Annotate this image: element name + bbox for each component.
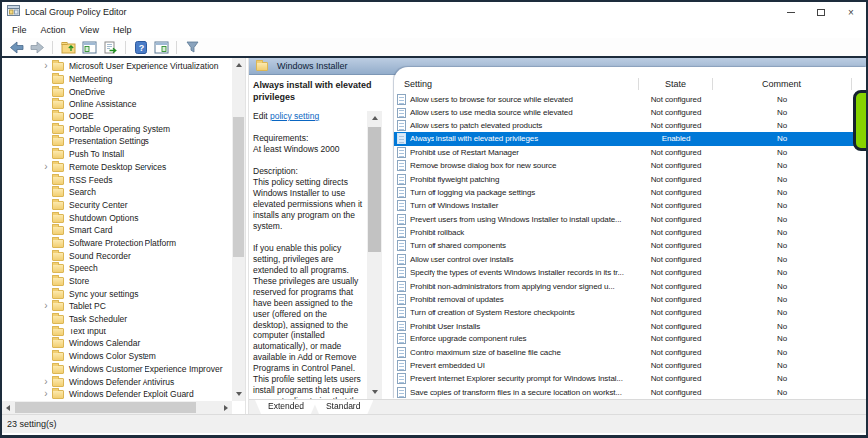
scroll-up-icon[interactable] <box>236 63 242 67</box>
setting-row[interactable]: Enforce upgrade component rules Not conf… <box>394 332 866 345</box>
menu-view[interactable]: View <box>73 25 106 35</box>
export-list-icon[interactable] <box>101 39 119 55</box>
scrollbar-thumb[interactable] <box>368 127 381 252</box>
tree-item[interactable]: › Microsoft User Experience Virtualizati… <box>2 60 245 73</box>
close-button[interactable]: × <box>836 2 866 22</box>
setting-row[interactable]: Allow user control over installs Not con… <box>394 253 866 266</box>
scroll-right-icon[interactable] <box>224 405 228 411</box>
show-console-tree-icon[interactable] <box>80 39 98 55</box>
tree-item[interactable]: › Remote Desktop Services <box>2 161 245 174</box>
setting-row[interactable]: Specify the types of events Windows Inst… <box>394 266 866 279</box>
chevron-right-icon[interactable]: › <box>40 390 52 398</box>
tree-item[interactable]: › OneDrive <box>2 85 245 98</box>
forward-icon[interactable] <box>28 39 46 55</box>
setting-comment: No <box>713 374 852 383</box>
scroll-down-icon[interactable] <box>236 392 242 396</box>
setting-row[interactable]: Turn off creation of System Restore chec… <box>394 306 866 319</box>
chevron-right-icon[interactable]: › <box>40 163 52 171</box>
tree-item[interactable]: › Windows Calendar <box>2 337 245 350</box>
setting-comment: No <box>713 121 852 130</box>
chevron-right-icon[interactable]: › <box>40 302 52 310</box>
tree-item-label: RSS Feeds <box>69 175 112 185</box>
up-one-level-icon[interactable] <box>59 39 77 55</box>
setting-row[interactable]: Turn off Windows Installer Not configure… <box>394 199 866 212</box>
menu-action[interactable]: Action <box>34 25 73 35</box>
setting-name: Prohibit removal of updates <box>410 295 504 304</box>
setting-state: Not configured <box>639 215 713 224</box>
minimize-button[interactable] <box>776 2 806 22</box>
tree-item[interactable]: › Online Assistance <box>2 98 245 110</box>
tree-vertical-scrollbar[interactable] <box>232 58 245 401</box>
setting-name: Turn off creation of System Restore chec… <box>410 308 575 317</box>
tree-item-label: Portable Operating System <box>69 124 170 134</box>
action-pane-icon[interactable] <box>152 39 170 55</box>
filter-icon[interactable] <box>183 39 201 55</box>
tree-item[interactable]: › Text Input <box>2 325 245 337</box>
setting-row[interactable]: Prohibit User Installs Not configured No <box>394 320 866 332</box>
setting-row[interactable]: Prevent Internet Explorer security promp… <box>394 372 866 385</box>
tree-item[interactable]: › Shutdown Options <box>2 211 245 224</box>
setting-row[interactable]: Prohibit non-administrators from applyin… <box>394 279 866 292</box>
setting-row[interactable]: Prevent users from using Windows Install… <box>394 213 866 226</box>
policy-icon <box>397 174 406 185</box>
setting-row[interactable]: Allow users to use media source while el… <box>394 106 866 118</box>
setting-row[interactable]: Turn off logging via package settings No… <box>394 186 866 199</box>
tree-item[interactable]: › RSS Feeds <box>2 173 245 186</box>
description-scrollbar[interactable] <box>367 111 382 399</box>
tree-item[interactable]: › Sound Recorder <box>2 249 245 262</box>
menu-file[interactable]: File <box>5 25 34 35</box>
tree-item[interactable]: › Store <box>2 275 245 288</box>
tree-item[interactable]: › Speech <box>2 262 245 275</box>
tree-item[interactable]: › Tablet PC <box>2 300 245 313</box>
setting-row[interactable]: Remove browse dialog box for new source … <box>394 159 866 172</box>
setting-row[interactable]: Prohibit rollback Not configured No <box>394 226 866 239</box>
tab-extended[interactable]: Extended <box>255 400 317 414</box>
tree-item[interactable]: › Search <box>2 186 245 199</box>
tree-item[interactable]: › Security Center <box>2 199 245 212</box>
tree-item-label: Windows Defender Antivirus <box>69 377 174 387</box>
setting-row[interactable]: Turn off shared components Not configure… <box>394 239 866 252</box>
tree-item[interactable]: › Windows Defender Antivirus <box>2 375 245 388</box>
setting-row[interactable]: Prohibit flyweight patching Not configur… <box>394 172 866 185</box>
setting-row[interactable]: Prohibit removal of updates Not configur… <box>394 293 866 306</box>
maximize-button[interactable] <box>806 2 836 22</box>
tree-item[interactable]: › Windows Color System <box>2 350 245 363</box>
scrollbar-thumb[interactable] <box>15 402 196 413</box>
column-header-comment[interactable]: Comment <box>713 78 852 90</box>
setting-row[interactable]: Control maximum size of baseline file ca… <box>394 345 866 358</box>
tree-item[interactable]: › OOBE <box>2 110 245 123</box>
setting-row[interactable]: Always install with elevated privileges … <box>394 132 866 145</box>
tree-item[interactable]: › Push To Install <box>2 148 245 161</box>
back-icon[interactable] <box>7 39 25 55</box>
tree-item[interactable]: › Smart Card <box>2 224 245 237</box>
setting-row[interactable]: Prohibit use of Restart Manager Not conf… <box>394 146 866 159</box>
column-header-state[interactable]: State <box>639 78 713 90</box>
setting-row[interactable]: Allow users to browse for source while e… <box>394 93 866 106</box>
chevron-right-icon[interactable]: › <box>40 378 52 386</box>
menu-help[interactable]: Help <box>106 25 139 35</box>
scroll-left-icon[interactable] <box>6 405 10 411</box>
column-header-setting[interactable]: Setting <box>394 78 639 90</box>
scroll-down-icon[interactable] <box>372 390 378 394</box>
setting-state: Not configured <box>639 228 713 237</box>
chevron-right-icon[interactable]: › <box>40 62 52 70</box>
tree-item[interactable]: › Presentation Settings <box>2 135 245 148</box>
setting-comment: No <box>713 361 852 370</box>
setting-state: Not configured <box>639 308 713 317</box>
help-icon[interactable]: ? <box>132 39 149 55</box>
setting-row[interactable]: Save copies of transform files in a secu… <box>394 386 866 399</box>
tree-horizontal-scrollbar[interactable] <box>2 401 232 414</box>
policy-setting-link[interactable]: policy setting <box>270 111 319 121</box>
scroll-up-icon[interactable] <box>372 116 378 120</box>
tree-item[interactable]: › Windows Defender Exploit Guard <box>2 388 245 401</box>
tree-item[interactable]: › NetMeeting <box>2 73 245 86</box>
tree-item[interactable]: › Software Protection Platform <box>2 237 245 250</box>
tab-standard[interactable]: Standard <box>313 400 374 414</box>
tree-item[interactable]: › Task Scheduler <box>2 313 245 326</box>
tree-item[interactable]: › Windows Customer Experience Improver <box>2 363 245 376</box>
setting-row[interactable]: Prevent embedded UI Not configured No <box>394 359 866 372</box>
tree-item[interactable]: › Portable Operating System <box>2 122 245 135</box>
tree-item[interactable]: › Sync your settings <box>2 287 245 300</box>
scrollbar-thumb[interactable] <box>233 117 244 257</box>
setting-row[interactable]: Allow users to patch elevated products N… <box>394 119 866 132</box>
